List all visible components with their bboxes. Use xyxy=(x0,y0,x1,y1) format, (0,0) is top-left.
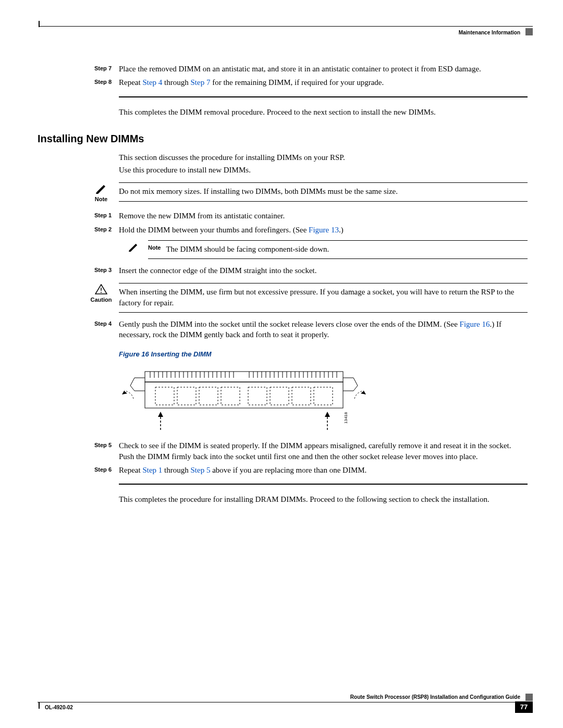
header-rule xyxy=(39,26,533,27)
step-label: Step 7 xyxy=(83,64,119,74)
svg-rect-48 xyxy=(177,387,196,405)
section-rule xyxy=(119,96,528,97)
step-label: Step 3 xyxy=(83,265,119,276)
footer-tick xyxy=(39,702,40,709)
note-text: The DIMM should be facing component-side… xyxy=(166,245,329,253)
text: through xyxy=(162,78,190,87)
note-rule-bottom xyxy=(148,258,528,259)
header-section-text: Maintenance Information xyxy=(459,30,520,35)
removal-step-7: Step 7 Place the removed DIMM on an anti… xyxy=(83,64,528,74)
step-text: Remove the new DIMM from its antistatic … xyxy=(119,211,528,221)
link-step-5[interactable]: Step 5 xyxy=(191,466,211,474)
caution-callout: Caution When inserting the DIMM, use fir… xyxy=(83,283,528,313)
section-heading-installing-dimms: Installing New DIMMs xyxy=(38,133,528,145)
header-square-icon xyxy=(525,28,533,35)
text: above if you are replacing more than one… xyxy=(210,466,366,474)
footer-doc-number: OL-4920-02 xyxy=(45,705,73,710)
figure-caption: Figure 16 Inserting the DIMM xyxy=(119,350,528,358)
step-label: Step 5 xyxy=(83,440,119,462)
svg-marker-58 xyxy=(158,412,163,417)
step-label: Step 6 xyxy=(83,465,119,475)
text: .) xyxy=(339,226,344,234)
figure-id: 13418 xyxy=(344,412,348,424)
step-text: Check to see if the DIMM is seated prope… xyxy=(119,440,528,462)
step-text: Insert the connector edge of the DIMM st… xyxy=(119,265,528,276)
intro-text-1: This section discusses the procedure for… xyxy=(119,152,528,163)
link-figure-13[interactable]: Figure 13 xyxy=(309,226,339,234)
removal-step-8: Step 8 Repeat Step 4 through Step 7 for … xyxy=(83,77,528,88)
note-label: Note xyxy=(83,196,119,202)
install-step-1: Step 1 Remove the new DIMM from its anti… xyxy=(83,211,528,221)
svg-rect-50 xyxy=(221,387,240,405)
svg-rect-54 xyxy=(314,387,333,405)
footer-square-icon xyxy=(525,694,533,701)
step-label: Step 4 xyxy=(83,319,119,340)
step-label: Step 2 xyxy=(83,225,119,260)
note-row: Note The DIMM should be facing component… xyxy=(148,241,528,258)
caution-label: Caution xyxy=(83,297,119,303)
install-step-5: Step 5 Check to see if the DIMM is seate… xyxy=(83,440,528,462)
inline-note: Note The DIMM should be facing component… xyxy=(119,240,528,259)
link-figure-16[interactable]: Figure 16 xyxy=(460,320,490,328)
text: for the remaining DIMM, if required for … xyxy=(210,78,384,87)
footer-doc-title: Route Switch Processor (RSP8) Installati… xyxy=(350,694,520,700)
section-rule xyxy=(119,484,528,485)
svg-point-1 xyxy=(101,292,102,293)
install-step-4: Step 4 Gently push the DIMM into the soc… xyxy=(83,319,528,340)
note-rule-bottom xyxy=(119,201,528,202)
note-label: Note xyxy=(148,244,161,252)
pencil-icon xyxy=(119,240,148,252)
page-header: Maintenance Information xyxy=(38,21,533,32)
text: through xyxy=(162,466,190,474)
warning-triangle-icon xyxy=(83,283,119,294)
step-text: Repeat Step 4 through Step 7 for the rem… xyxy=(119,77,528,88)
pencil-icon xyxy=(83,182,119,194)
caution-text: When inserting the DIMM, use firm but no… xyxy=(119,283,528,312)
step-text: Place the removed DIMM on an antistatic … xyxy=(119,64,528,74)
install-closing: This completes the procedure for install… xyxy=(119,494,528,504)
step-text: Gently push the DIMM into the socket unt… xyxy=(119,319,528,340)
svg-rect-3 xyxy=(145,382,343,408)
svg-rect-2 xyxy=(145,372,343,382)
link-step-7[interactable]: Step 7 xyxy=(191,78,211,87)
svg-rect-53 xyxy=(292,387,311,405)
svg-marker-60 xyxy=(325,412,330,417)
text: Repeat xyxy=(119,78,142,87)
text: Repeat xyxy=(119,466,142,474)
step-label: Step 8 xyxy=(83,77,119,88)
svg-rect-51 xyxy=(248,387,267,405)
install-step-2: Step 2 Hold the DIMM between your thumbs… xyxy=(83,225,528,260)
link-step-1[interactable]: Step 1 xyxy=(142,466,162,474)
install-step-3: Step 3 Insert the connector edge of the … xyxy=(83,265,528,276)
note-text: Do not mix memory sizes. If installing t… xyxy=(119,183,528,201)
removal-closing: This completes the DIMM removal procedur… xyxy=(119,107,528,117)
link-step-4[interactable]: Step 4 xyxy=(142,78,162,87)
intro-text-2: Use this procedure to install new DIMMs. xyxy=(119,165,528,175)
svg-rect-52 xyxy=(270,387,289,405)
text: Hold the DIMM between your thumbs and fo… xyxy=(119,226,309,234)
footer-page-number: 77 xyxy=(515,701,533,713)
figure-dimm-illustration: 13418 xyxy=(119,362,528,437)
install-step-6: Step 6 Repeat Step 1 through Step 5 abov… xyxy=(83,465,528,475)
svg-rect-49 xyxy=(199,387,218,405)
page-footer: Route Switch Processor (RSP8) Installati… xyxy=(38,692,533,715)
svg-rect-47 xyxy=(155,387,174,405)
step-label: Step 1 xyxy=(83,211,119,221)
step-text: Hold the DIMM between your thumbs and fo… xyxy=(119,225,528,260)
note-callout: Note Do not mix memory sizes. If install… xyxy=(83,182,528,202)
caution-rule-bottom xyxy=(119,312,528,313)
text: Gently push the DIMM into the socket unt… xyxy=(119,320,460,328)
step-text: Repeat Step 1 through Step 5 above if yo… xyxy=(119,465,528,475)
